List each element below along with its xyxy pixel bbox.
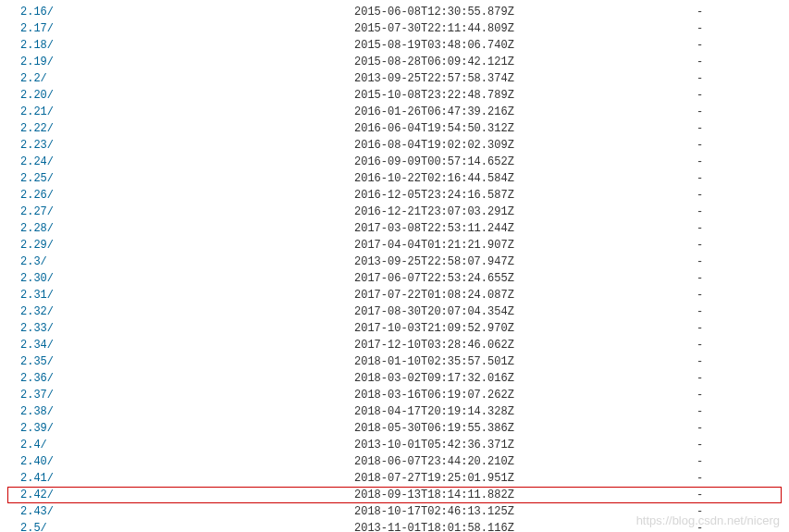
directory-size: - (697, 237, 782, 254)
directory-size: - (697, 453, 782, 470)
directory-date: 2018-04-17T20:19:14.328Z (354, 403, 697, 420)
directory-link[interactable]: 2.30/ (20, 272, 54, 285)
directory-name: 2.42/ (7, 487, 354, 503)
directory-name: 2.16/ (7, 4, 354, 20)
list-item: 2.26/2016-12-05T23:24:16.587Z- (7, 187, 782, 204)
list-item: 2.20/2015-10-08T23:22:48.789Z- (7, 87, 782, 104)
directory-name: 2.33/ (7, 320, 354, 337)
directory-link[interactable]: 2.26/ (20, 189, 54, 202)
directory-link[interactable]: 2.18/ (20, 39, 54, 52)
directory-name: 2.26/ (7, 187, 354, 204)
list-item: 2.27/2016-12-21T23:07:03.291Z- (7, 204, 782, 220)
directory-date: 2015-06-08T12:30:55.879Z (354, 4, 697, 20)
list-item: 2.19/2015-08-28T06:09:42.121Z- (7, 54, 782, 70)
directory-name: 2.38/ (7, 403, 354, 420)
directory-name: 2.21/ (7, 104, 354, 120)
directory-link[interactable]: 2.32/ (20, 305, 54, 318)
directory-date: 2013-09-25T22:57:58.374Z (354, 70, 697, 87)
directory-size: - (697, 204, 782, 220)
directory-link[interactable]: 2.28/ (20, 222, 54, 235)
list-item: 2.36/2018-03-02T09:17:32.016Z- (7, 370, 782, 387)
directory-size: - (697, 403, 782, 420)
directory-link[interactable]: 2.4/ (20, 439, 47, 452)
directory-link[interactable]: 2.33/ (20, 322, 54, 335)
directory-link[interactable]: 2.19/ (20, 56, 54, 68)
directory-size: - (697, 470, 782, 487)
directory-link[interactable]: 2.37/ (20, 389, 54, 402)
directory-date: 2015-08-19T03:48:06.740Z (354, 37, 697, 54)
directory-link[interactable]: 2.35/ (20, 355, 54, 368)
directory-size: - (697, 137, 782, 154)
directory-name: 2.39/ (7, 420, 354, 437)
directory-date: 2015-08-28T06:09:42.121Z (354, 54, 697, 70)
directory-link[interactable]: 2.3/ (20, 255, 47, 268)
directory-link[interactable]: 2.27/ (20, 205, 54, 218)
directory-link[interactable]: 2.16/ (20, 6, 54, 19)
directory-date: 2017-08-30T20:07:04.354Z (354, 303, 697, 320)
directory-size: - (697, 54, 782, 70)
directory-name: 2.5/ (7, 520, 354, 532)
directory-link[interactable]: 2.24/ (20, 155, 54, 168)
directory-link[interactable]: 2.43/ (20, 505, 54, 518)
directory-name: 2.35/ (7, 353, 354, 370)
list-item: 2.40/2018-06-07T23:44:20.210Z- (7, 453, 782, 470)
directory-link[interactable]: 2.40/ (20, 455, 54, 468)
list-item: 2.37/2018-03-16T06:19:07.262Z- (7, 387, 782, 403)
directory-date: 2018-09-13T18:14:11.882Z (354, 487, 697, 503)
directory-link[interactable]: 2.31/ (20, 289, 54, 302)
directory-name: 2.22/ (7, 120, 354, 137)
list-item: 2.43/2018-10-17T02:46:13.125Z- (7, 503, 782, 520)
directory-date: 2016-12-21T23:07:03.291Z (354, 204, 697, 220)
directory-name: 2.29/ (7, 237, 354, 254)
directory-size: - (697, 320, 782, 337)
directory-size: - (697, 37, 782, 54)
directory-date: 2013-11-01T18:01:58.116Z (354, 520, 697, 532)
list-item: 2.22/2016-06-04T19:54:50.312Z- (7, 120, 782, 137)
directory-name: 2.19/ (7, 54, 354, 70)
directory-name: 2.34/ (7, 337, 354, 353)
directory-link[interactable]: 2.5/ (20, 522, 47, 532)
directory-size: - (697, 154, 782, 170)
directory-name: 2.27/ (7, 204, 354, 220)
directory-size: - (697, 254, 782, 270)
directory-size: - (697, 437, 782, 453)
list-item: 2.41/2018-07-27T19:25:01.951Z- (7, 470, 782, 487)
directory-name: 2.18/ (7, 37, 354, 54)
directory-size: - (697, 220, 782, 237)
directory-link[interactable]: 2.23/ (20, 139, 54, 152)
directory-link[interactable]: 2.41/ (20, 472, 54, 485)
directory-date: 2016-08-04T19:02:02.309Z (354, 137, 697, 154)
directory-date: 2013-09-25T22:58:07.947Z (354, 254, 697, 270)
directory-date: 2016-09-09T00:57:14.652Z (354, 154, 697, 170)
list-item: 2.35/2018-01-10T02:35:57.501Z- (7, 353, 782, 370)
directory-date: 2017-03-08T22:53:11.244Z (354, 220, 697, 237)
directory-size: - (697, 104, 782, 120)
directory-name: 2.31/ (7, 287, 354, 303)
list-item: 2.39/2018-05-30T06:19:55.386Z- (7, 420, 782, 437)
directory-link[interactable]: 2.17/ (20, 22, 54, 35)
directory-link[interactable]: 2.42/ (20, 489, 54, 501)
list-item: 2.4/2013-10-01T05:42:36.371Z- (7, 437, 782, 453)
directory-date: 2017-04-04T01:21:21.907Z (354, 237, 697, 254)
directory-link[interactable]: 2.21/ (20, 105, 54, 118)
directory-link[interactable]: 2.36/ (20, 372, 54, 385)
directory-link[interactable]: 2.22/ (20, 122, 54, 135)
directory-link[interactable]: 2.34/ (20, 339, 54, 352)
directory-size: - (697, 170, 782, 187)
directory-link[interactable]: 2.20/ (20, 89, 54, 102)
directory-name: 2.2/ (7, 70, 354, 87)
list-item: 2.16/2015-06-08T12:30:55.879Z- (7, 4, 782, 20)
directory-link[interactable]: 2.2/ (20, 72, 47, 85)
directory-link[interactable]: 2.38/ (20, 405, 54, 418)
directory-link[interactable]: 2.29/ (20, 239, 54, 252)
directory-date: 2016-01-26T06:47:39.216Z (354, 104, 697, 120)
directory-date: 2018-03-16T06:19:07.262Z (354, 387, 697, 403)
directory-date: 2013-10-01T05:42:36.371Z (354, 437, 697, 453)
directory-date: 2016-12-05T23:24:16.587Z (354, 187, 697, 204)
directory-date: 2018-10-17T02:46:13.125Z (354, 503, 697, 520)
directory-link[interactable]: 2.25/ (20, 172, 54, 185)
directory-name: 2.20/ (7, 87, 354, 104)
directory-name: 2.24/ (7, 154, 354, 170)
directory-link[interactable]: 2.39/ (20, 422, 54, 435)
list-item: 2.17/2015-07-30T22:11:44.809Z- (7, 20, 782, 37)
